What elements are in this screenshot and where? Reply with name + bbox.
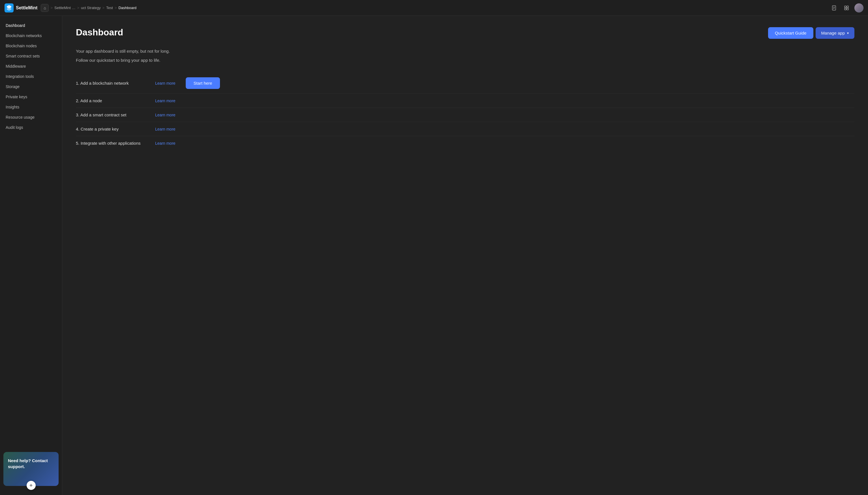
- sidebar: DashboardBlockchain networksBlockchain n…: [0, 16, 62, 495]
- breadcrumb-seg-1: SettleMint …: [54, 6, 75, 10]
- topbar-right: [830, 3, 864, 13]
- step-row-3: 3. Add a smart contract setLearn more: [76, 108, 854, 122]
- sidebar-item-private-keys[interactable]: Private keys: [0, 92, 62, 102]
- breadcrumb-sep-1: >: [50, 6, 53, 10]
- help-text: Need help? Contact support.: [8, 458, 54, 470]
- sidebar-item-resource-usage[interactable]: Resource usage: [0, 112, 62, 122]
- manage-app-label: Manage app: [821, 31, 845, 35]
- sidebar-item-storage[interactable]: Storage: [0, 82, 62, 92]
- sidebar-item-middleware[interactable]: Middleware: [0, 61, 62, 71]
- home-icon[interactable]: ⌂: [41, 4, 49, 12]
- app-name: SettleMint: [16, 5, 37, 11]
- manage-app-button[interactable]: Manage app ▾: [816, 27, 854, 39]
- step-row-5: 5. Integrate with other applicationsLear…: [76, 136, 854, 150]
- step-label-4: 4. Create a private key: [76, 126, 150, 131]
- breadcrumb-seg-3: Test: [106, 6, 113, 10]
- step-learn-more-2[interactable]: Learn more: [155, 99, 175, 103]
- sidebar-item-insights[interactable]: Insights: [0, 102, 62, 112]
- step-label-1: 1. Add a blockchain network: [76, 81, 150, 86]
- start-here-button[interactable]: Start here: [186, 77, 220, 89]
- step-row-1: 1. Add a blockchain networkLearn moreSta…: [76, 73, 854, 94]
- step-learn-more-3[interactable]: Learn more: [155, 113, 175, 117]
- svg-rect-5: [845, 6, 846, 7]
- svg-rect-7: [845, 8, 846, 10]
- step-learn-more-5[interactable]: Learn more: [155, 141, 175, 146]
- header-actions: Quickstart Guide Manage app ▾: [768, 27, 854, 39]
- steps-list: 1. Add a blockchain networkLearn moreSta…: [76, 73, 854, 150]
- content-header: Dashboard Quickstart Guide Manage app ▾: [76, 27, 854, 39]
- step-learn-more-4[interactable]: Learn more: [155, 127, 175, 131]
- intro-line-2: Follow our quickstart to bring your app …: [76, 57, 854, 64]
- sidebar-nav: DashboardBlockchain networksBlockchain n…: [0, 20, 62, 447]
- page-title: Dashboard: [76, 27, 123, 38]
- sidebar-item-smart-contract-sets[interactable]: Smart contract sets: [0, 51, 62, 61]
- step-label-5: 5. Integrate with other applications: [76, 141, 150, 146]
- svg-rect-6: [847, 6, 849, 7]
- sidebar-item-blockchain-networks[interactable]: Blockchain networks: [0, 31, 62, 41]
- step-row-4: 4. Create a private keyLearn more: [76, 122, 854, 136]
- breadcrumb: ⌂ > SettleMint … > uct Strategy > Test >…: [41, 4, 137, 12]
- sidebar-item-dashboard[interactable]: Dashboard: [0, 20, 62, 31]
- sidebar-item-integration-tools[interactable]: Integration tools: [0, 71, 62, 82]
- chevron-down-icon: ▾: [847, 31, 849, 35]
- breadcrumb-current: Dashboard: [118, 6, 137, 10]
- quickstart-button[interactable]: Quickstart Guide: [768, 27, 813, 39]
- main-layout: DashboardBlockchain networksBlockchain n…: [0, 16, 868, 495]
- step-label-3: 3. Add a smart contract set: [76, 113, 150, 117]
- avatar-image: [854, 3, 864, 13]
- sidebar-item-blockchain-nodes[interactable]: Blockchain nodes: [0, 41, 62, 51]
- grid-icon-btn[interactable]: [842, 3, 851, 13]
- help-plus-button[interactable]: +: [27, 481, 36, 490]
- intro-text: Your app dashboard is still empty, but n…: [76, 48, 854, 64]
- logo[interactable]: SettleMint: [4, 3, 37, 13]
- breadcrumb-sep-3: >: [102, 6, 104, 10]
- breadcrumb-sep-2: >: [77, 6, 79, 10]
- avatar[interactable]: [854, 3, 864, 13]
- intro-line-1: Your app dashboard is still empty, but n…: [76, 48, 854, 55]
- help-card: Need help? Contact support. +: [3, 452, 58, 486]
- topbar-left: SettleMint ⌂ > SettleMint … > uct Strate…: [4, 3, 137, 13]
- topbar: SettleMint ⌂ > SettleMint … > uct Strate…: [0, 0, 868, 16]
- sidebar-item-audit-logs[interactable]: Audit logs: [0, 122, 62, 133]
- step-row-2: 2. Add a nodeLearn more: [76, 94, 854, 108]
- step-label-2: 2. Add a node: [76, 98, 150, 103]
- main-content: Dashboard Quickstart Guide Manage app ▾ …: [62, 16, 868, 495]
- svg-rect-8: [847, 8, 849, 10]
- step-learn-more-1[interactable]: Learn more: [155, 81, 175, 86]
- document-icon-btn[interactable]: [830, 3, 838, 13]
- breadcrumb-sep-4: >: [115, 6, 117, 10]
- breadcrumb-seg-2: uct Strategy: [81, 6, 101, 10]
